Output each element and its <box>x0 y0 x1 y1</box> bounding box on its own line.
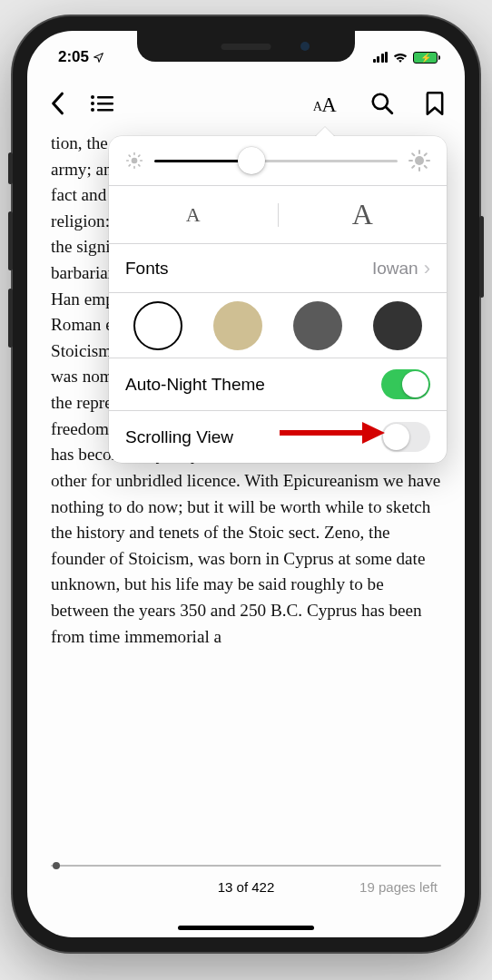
scrolling-view-toggle[interactable] <box>381 422 430 452</box>
auto-night-toggle[interactable] <box>381 369 430 399</box>
svg-line-15 <box>129 155 130 156</box>
theme-sepia[interactable] <box>213 301 262 350</box>
chevron-right-icon: › <box>424 257 430 280</box>
auto-night-label: Auto-Night Theme <box>125 375 265 395</box>
themes-row <box>109 292 447 358</box>
svg-line-24 <box>412 153 414 155</box>
progress-scrubber[interactable] <box>51 865 441 867</box>
svg-line-25 <box>425 166 427 168</box>
notch <box>137 31 355 62</box>
svg-point-19 <box>415 156 424 165</box>
status-time: 2:05 <box>58 48 104 66</box>
appearance-button[interactable]: AA <box>307 90 343 117</box>
svg-point-2 <box>91 102 94 105</box>
screen: 2:05 ⚡ AA <box>27 31 465 937</box>
pages-left: 19 pages left <box>359 879 438 895</box>
svg-line-18 <box>139 155 140 156</box>
phone-frame: 2:05 ⚡ AA <box>13 16 479 952</box>
location-icon <box>93 52 104 64</box>
brightness-row <box>109 136 447 185</box>
svg-text:A: A <box>321 94 337 116</box>
svg-rect-3 <box>97 103 113 105</box>
fonts-value: Iowan <box>372 259 418 279</box>
svg-line-26 <box>412 166 414 168</box>
svg-line-16 <box>139 165 140 166</box>
brightness-high-icon <box>408 150 430 172</box>
theme-black[interactable] <box>373 301 422 350</box>
svg-line-9 <box>386 107 392 113</box>
auto-night-row: Auto-Night Theme <box>109 358 447 410</box>
svg-point-0 <box>91 95 94 99</box>
battery-icon: ⚡ <box>413 52 438 64</box>
signal-icon <box>373 52 389 63</box>
reader-toolbar: AA <box>27 80 465 127</box>
page-count: 13 of 422 <box>218 879 275 895</box>
brightness-thumb[interactable] <box>238 147 265 174</box>
svg-marker-29 <box>362 422 385 444</box>
svg-rect-5 <box>97 109 113 112</box>
bookmark-button[interactable] <box>421 90 448 117</box>
back-button[interactable] <box>44 90 71 117</box>
toc-button[interactable] <box>89 90 116 117</box>
appearance-popover: A A Fonts Iowan › Auto-Night Theme <box>109 136 447 463</box>
home-indicator[interactable] <box>178 926 314 930</box>
svg-line-27 <box>425 153 427 155</box>
svg-point-4 <box>91 108 94 112</box>
theme-gray[interactable] <box>293 301 342 350</box>
fonts-row[interactable]: Fonts Iowan › <box>109 243 447 292</box>
wifi-icon <box>392 52 408 64</box>
theme-white[interactable] <box>133 301 182 350</box>
brightness-slider[interactable] <box>154 160 398 162</box>
scrolling-view-label: Scrolling View <box>125 427 233 447</box>
annotation-arrow <box>276 418 385 447</box>
search-button[interactable] <box>369 90 396 117</box>
svg-rect-1 <box>97 96 113 99</box>
text-larger-button[interactable]: A <box>279 198 448 231</box>
svg-point-10 <box>132 158 138 164</box>
brightness-low-icon <box>125 152 143 170</box>
reader-footer: 13 of 422 19 pages left <box>27 854 465 937</box>
text-size-row: A A <box>109 185 447 243</box>
fonts-label: Fonts <box>125 259 169 279</box>
svg-line-17 <box>129 165 130 166</box>
text-smaller-button[interactable]: A <box>109 203 279 227</box>
